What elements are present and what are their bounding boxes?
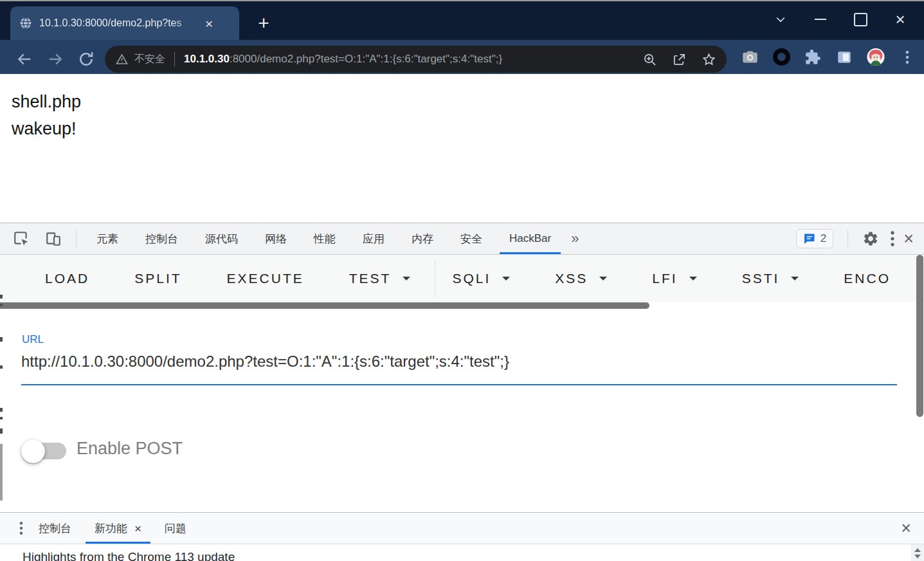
screenshot-extension-icon[interactable] [741, 48, 759, 66]
page-content: shell.php wakeup! [0, 74, 924, 223]
more-tabs-icon[interactable]: » [565, 230, 585, 247]
hackbar-load-button[interactable]: LOAD [45, 271, 89, 286]
back-icon[interactable] [15, 50, 33, 68]
devtools-toolbar-divider [76, 230, 77, 247]
url-text[interactable]: 10.1.0.30:8000/demo2.php?test=O:1:"A":1:… [184, 53, 628, 66]
message-bubble-icon [803, 232, 816, 245]
left-edge-artifact [0, 255, 3, 512]
url-field-input[interactable]: http://10.1.0.30:8000/demo2.php?test=O:1… [21, 353, 897, 371]
url-field-underline [21, 384, 897, 385]
drawer-menu-kebab-icon[interactable] [15, 521, 27, 535]
devtools-drawer: 控制台 新功能 × 问题 × Highlights from the Chrom… [0, 512, 924, 561]
dropdown-caret-icon [403, 277, 410, 280]
bookmark-star-icon[interactable] [702, 52, 716, 67]
window-close-button[interactable]: × [880, 5, 920, 33]
window-top-border [0, 0, 924, 1]
hackbar-lfi-menu[interactable]: LFI [652, 271, 696, 286]
drawer-tab-issues[interactable]: 问题 [153, 513, 198, 544]
window-controls: × [761, 4, 920, 35]
tab-title: 10.1.0.30:8000/demo2.php?tes [39, 17, 201, 29]
toggle-knob[interactable] [21, 439, 45, 463]
page-text-line: wakeup! [0, 115, 924, 142]
tab-strip: 10.1.0.30:8000/demo2.php?tes × + × [0, 0, 924, 40]
drawer-tab-whats-new[interactable]: 新功能 × [83, 513, 153, 544]
forward-icon[interactable] [46, 50, 64, 68]
ring-extension-icon[interactable] [772, 48, 790, 66]
new-tab-button[interactable]: + [249, 9, 278, 37]
drawer-tab-close-icon[interactable]: × [134, 522, 141, 535]
devtools-tab-memory[interactable]: 内存 [398, 223, 447, 254]
vertical-scrollbar-thumb[interactable] [916, 255, 923, 417]
settings-gear-icon[interactable] [862, 230, 879, 247]
drawer-scrollbar-arrows[interactable] [911, 544, 924, 561]
issues-badge[interactable]: 2 [796, 229, 833, 248]
side-panel-icon[interactable] [835, 48, 853, 66]
browser-tab[interactable]: 10.1.0.30:8000/demo2.php?tes × [10, 6, 239, 40]
devtools-close-icon[interactable]: × [898, 230, 924, 248]
reload-icon[interactable] [77, 50, 95, 68]
inspect-element-icon[interactable] [13, 230, 30, 247]
drawer-tab-bar: 控制台 新功能 × 问题 × [0, 513, 924, 544]
devtools-tab-security[interactable]: 安全 [447, 223, 496, 254]
scroll-up-icon[interactable] [914, 548, 921, 552]
dropdown-caret-icon [502, 277, 510, 280]
drawer-tab-console[interactable]: 控制台 [27, 513, 83, 544]
devtools-toolbar-divider [847, 230, 848, 247]
devtools-tab-hackbar[interactable]: HackBar [496, 223, 565, 254]
hackbar-split-button[interactable]: SPLIT [134, 271, 181, 286]
enable-post-toggle[interactable] [23, 439, 68, 463]
url-path: :8000/demo2.php?test=O:1:"A":1:{s:6:"tar… [230, 53, 502, 65]
hackbar-encoding-menu[interactable]: ENCO [844, 271, 891, 286]
omnibox-divider [174, 52, 175, 66]
security-label[interactable]: 不安全 [134, 53, 165, 66]
zoom-icon[interactable] [642, 52, 657, 67]
share-icon[interactable] [672, 52, 687, 67]
dropdown-caret-icon [689, 277, 697, 280]
dropdown-caret-icon [599, 277, 607, 280]
devtools-tab-sources[interactable]: 源代码 [192, 223, 251, 254]
drawer-content: Highlights from the Chrome 113 update [0, 544, 924, 561]
devtools-tab-bar: 元素 控制台 源代码 网络 性能 应用 内存 安全 HackBar » 2 × [0, 223, 924, 255]
horizontal-scrollbar-thumb[interactable] [0, 302, 649, 309]
extensions-puzzle-icon[interactable] [804, 48, 822, 66]
not-secure-warning-icon [115, 53, 129, 66]
hackbar-menu-divider [435, 260, 435, 297]
globe-favicon-icon [19, 17, 32, 30]
enable-post-label: Enable POST [77, 439, 183, 459]
browser-window: 10.1.0.30:8000/demo2.php?tes × + × 不安全 1… [0, 0, 924, 561]
devtools-tab-performance[interactable]: 性能 [300, 223, 349, 254]
hackbar-execute-button[interactable]: EXECUTE [227, 271, 304, 286]
url-host: 10.1.0.30 [184, 53, 230, 65]
drawer-close-icon[interactable]: × [896, 520, 924, 537]
profile-avatar[interactable] [867, 48, 885, 66]
url-field-label: URL [22, 333, 44, 346]
hackbar-panel: LOAD SPLIT EXECUTE TEST SQLI XSS LFI SST… [0, 255, 924, 512]
extensions-row [727, 40, 916, 74]
devtools-menu-kebab-icon[interactable] [887, 230, 898, 247]
devtools-tab-console[interactable]: 控制台 [132, 223, 192, 254]
page-text-line: shell.php [0, 74, 924, 115]
hackbar-sqli-menu[interactable]: SQLI [452, 271, 510, 286]
address-bar[interactable]: 不安全 10.1.0.30:8000/demo2.php?test=O:1:"A… [105, 46, 727, 73]
browser-menu-kebab-icon[interactable] [898, 48, 916, 66]
devtools-tab-application[interactable]: 应用 [349, 223, 398, 254]
hackbar-menu-bar: LOAD SPLIT EXECUTE TEST SQLI XSS LFI SST… [0, 255, 924, 302]
tab-close-icon[interactable]: × [205, 17, 213, 30]
device-toolbar-icon[interactable] [45, 230, 62, 247]
scroll-down-icon[interactable] [914, 555, 921, 558]
devtools-tab-network[interactable]: 网络 [251, 223, 300, 254]
maximize-button[interactable] [840, 5, 880, 33]
devtools-tab-elements[interactable]: 元素 [83, 223, 132, 254]
dropdown-caret-icon [791, 277, 799, 280]
issues-count: 2 [820, 232, 826, 245]
minimize-button[interactable] [801, 5, 840, 33]
tab-search-chevron-icon[interactable] [761, 5, 801, 33]
hackbar-xss-menu[interactable]: XSS [555, 271, 607, 286]
whats-new-heading: Highlights from the Chrome 113 update [23, 550, 235, 561]
hackbar-ssti-menu[interactable]: SSTI [742, 271, 799, 286]
hackbar-test-menu[interactable]: TEST [349, 271, 411, 286]
